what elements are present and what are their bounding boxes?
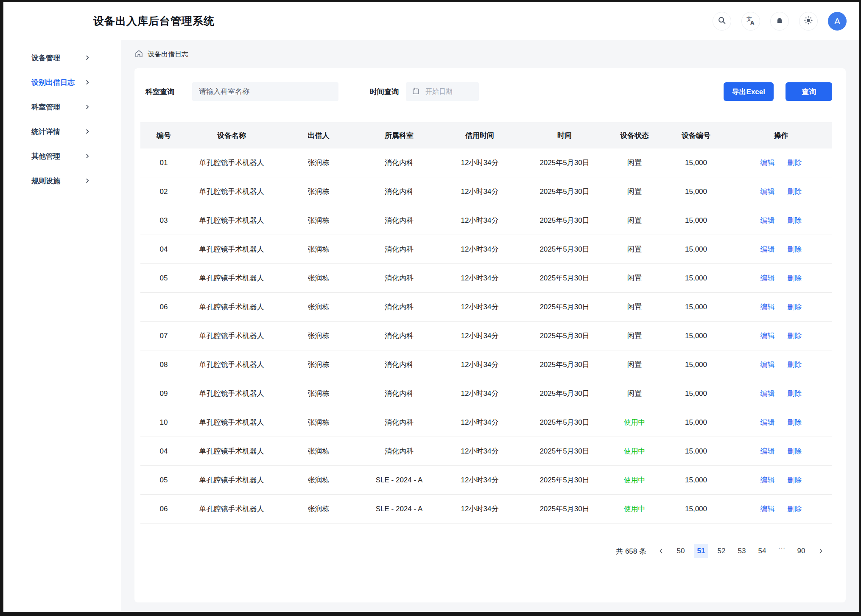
cell-lender: 张润栋: [276, 475, 361, 485]
edit-link[interactable]: 编辑: [760, 273, 775, 283]
cell-date: 2025年5月30日: [522, 244, 607, 254]
sidebar-item[interactable]: 设备管理: [3, 45, 121, 70]
delete-link[interactable]: 删除: [788, 273, 802, 283]
delete-link[interactable]: 删除: [788, 302, 802, 312]
export-excel-button[interactable]: 导出Excel: [724, 82, 774, 101]
sidebar-item[interactable]: 其他管理: [3, 144, 121, 168]
table-row: 08单孔腔镜手术机器人张润栋消化内科12小时34分2025年5月30日闲置15,…: [140, 350, 832, 379]
edit-link[interactable]: 编辑: [760, 158, 775, 168]
pagination-pages: 5051525354···90: [674, 544, 808, 558]
notifications-button[interactable]: [770, 12, 789, 31]
chevron-right-icon: [84, 104, 90, 110]
page-button[interactable]: 53: [735, 544, 749, 558]
cell-dept: SLE - 2024 - A: [361, 476, 437, 484]
table-row: 10单孔腔镜手术机器人张润栋消化内科12小时34分2025年5月30日使用中15…: [140, 408, 832, 437]
dept-search-label: 科室查询: [145, 87, 174, 97]
edit-link[interactable]: 编辑: [760, 302, 775, 312]
chevron-left-icon: [658, 548, 665, 554]
page-button[interactable]: 52: [714, 544, 729, 558]
page-button[interactable]: 50: [674, 544, 688, 558]
cell-date: 2025年5月30日: [522, 446, 607, 456]
cell-name: 单孔腔镜手术机器人: [187, 273, 276, 283]
cell-actions: 编辑删除: [730, 244, 832, 254]
edit-link[interactable]: 编辑: [760, 244, 775, 254]
cell-dept: SLE - 2024 - A: [361, 505, 437, 513]
cell-id: 01: [140, 159, 187, 167]
sidebar-item[interactable]: 科室管理: [3, 95, 121, 119]
delete-link[interactable]: 删除: [788, 475, 802, 485]
delete-link[interactable]: 删除: [788, 446, 802, 456]
cell-dept: 消化内科: [361, 331, 437, 341]
next-page-button[interactable]: [814, 544, 827, 558]
cell-name: 单孔腔镜手术机器人: [187, 244, 276, 254]
delete-link[interactable]: 删除: [788, 331, 802, 341]
cell-lender: 张润栋: [276, 216, 361, 225]
edit-link[interactable]: 编辑: [760, 216, 775, 225]
cell-lender: 张润栋: [276, 504, 361, 514]
cell-date: 2025年5月30日: [522, 389, 607, 398]
main-area: 设备管理设别出借日志科室管理统计详情其他管理规则设施 设备出借日志 科室查询 时…: [3, 40, 859, 612]
sidebar-item-label: 设别出借日志: [31, 78, 75, 87]
cell-name: 单孔腔镜手术机器人: [187, 302, 276, 312]
delete-link[interactable]: 删除: [788, 244, 802, 254]
edit-link[interactable]: 编辑: [760, 389, 775, 398]
content-card: 科室查询 时间查询 开始日期 导出Excel: [134, 68, 846, 602]
cell-lender: 张润栋: [276, 302, 361, 312]
delete-link[interactable]: 删除: [788, 158, 802, 168]
cell-dept: 消化内科: [361, 187, 437, 196]
prev-page-button[interactable]: [655, 544, 668, 558]
time-search-label: 时间查询: [370, 87, 399, 97]
page-button[interactable]: 54: [755, 544, 769, 558]
edit-link[interactable]: 编辑: [760, 417, 775, 427]
cell-name: 单孔腔镜手术机器人: [187, 389, 276, 398]
language-button[interactable]: 文 A: [741, 12, 760, 31]
delete-link[interactable]: 删除: [788, 187, 802, 196]
pagination: 共 658 条 5051525354···90: [134, 544, 827, 558]
edit-link[interactable]: 编辑: [760, 504, 775, 514]
sidebar-item[interactable]: 统计详情: [3, 119, 121, 144]
column-header: 编号: [140, 131, 187, 140]
chevron-right-icon: [84, 55, 90, 61]
cell-lender: 张润栋: [276, 158, 361, 168]
dept-search-input[interactable]: [192, 82, 338, 101]
avatar[interactable]: A: [828, 12, 847, 31]
cell-status: 使用中: [607, 417, 662, 427]
page-button[interactable]: 90: [794, 544, 808, 558]
cell-dept: 消化内科: [361, 389, 437, 398]
search-button[interactable]: [713, 12, 731, 31]
edit-link[interactable]: 编辑: [760, 331, 775, 341]
table-row: 05单孔腔镜手术机器人张润栋消化内科12小时34分2025年5月30日闲置15,…: [140, 264, 832, 293]
delete-link[interactable]: 删除: [788, 417, 802, 427]
cell-duration: 12小时34分: [437, 331, 522, 341]
cell-status: 使用中: [607, 504, 662, 514]
sidebar-item[interactable]: 规则设施: [3, 168, 121, 193]
query-button[interactable]: 查询: [786, 82, 832, 101]
table-row: 05单孔腔镜手术机器人张润栋SLE - 2024 - A12小时34分2025年…: [140, 466, 832, 495]
delete-link[interactable]: 删除: [788, 360, 802, 370]
start-date-placeholder: 开始日期: [425, 87, 453, 96]
cell-date: 2025年5月30日: [522, 158, 607, 168]
edit-link[interactable]: 编辑: [760, 446, 775, 456]
calendar-icon: [412, 87, 420, 97]
cell-lender: 张润栋: [276, 360, 361, 370]
cell-dept: 消化内科: [361, 302, 437, 312]
delete-link[interactable]: 删除: [788, 389, 802, 398]
cell-date: 2025年5月30日: [522, 504, 607, 514]
filter-row: 科室查询 时间查询 开始日期 导出Excel: [134, 82, 846, 101]
theme-button[interactable]: [799, 12, 818, 31]
edit-link[interactable]: 编辑: [760, 360, 775, 370]
cell-date: 2025年5月30日: [522, 475, 607, 485]
edit-link[interactable]: 编辑: [760, 187, 775, 196]
edit-link[interactable]: 编辑: [760, 475, 775, 485]
cell-code: 15,000: [662, 188, 730, 196]
cell-name: 单孔腔镜手术机器人: [187, 331, 276, 341]
table-row: 06单孔腔镜手术机器人张润栋消化内科12小时34分2025年5月30日闲置15,…: [140, 293, 832, 322]
page-button[interactable]: 51: [694, 544, 708, 558]
delete-link[interactable]: 删除: [788, 504, 802, 514]
cell-date: 2025年5月30日: [522, 273, 607, 283]
start-date-picker[interactable]: 开始日期: [406, 82, 479, 101]
delete-link[interactable]: 删除: [788, 216, 802, 225]
filter-buttons: 导出Excel 查询: [724, 82, 832, 101]
sidebar-item[interactable]: 设别出借日志: [3, 70, 121, 95]
cell-duration: 12小时34分: [437, 244, 522, 254]
